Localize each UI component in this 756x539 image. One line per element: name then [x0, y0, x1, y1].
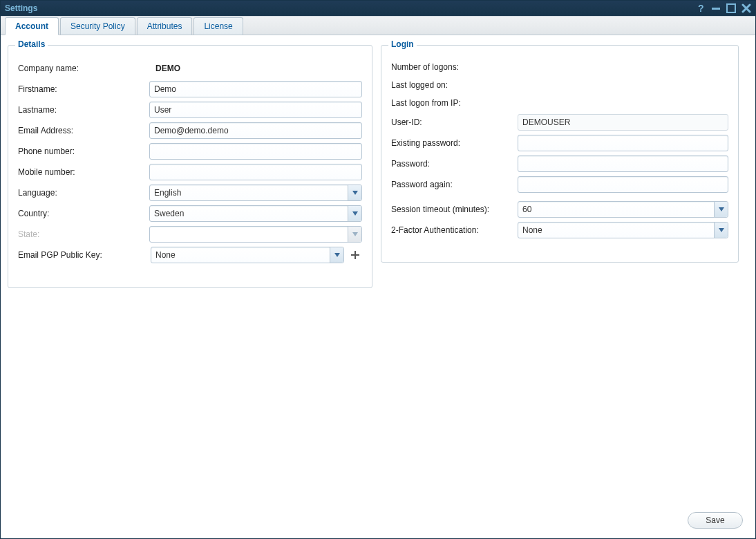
country-select[interactable]: Sweden: [149, 205, 362, 222]
chevron-down-icon: [348, 185, 361, 200]
nlogons-label: Number of logons:: [391, 62, 526, 72]
chevron-down-icon: [714, 223, 728, 238]
login-panel: Login Number of logons: Last logged on: …: [381, 45, 739, 263]
titlebar: Settings ?: [1, 1, 755, 16]
svg-text:?: ?: [698, 3, 704, 13]
tab-account[interactable]: Account: [5, 17, 59, 35]
timeout-value: 60: [522, 205, 531, 214]
state-label: State:: [18, 229, 149, 239]
svg-rect-2: [727, 4, 735, 12]
maximize-icon[interactable]: [726, 3, 736, 13]
firstname-label: Firstname:: [18, 84, 149, 94]
pgp-value: None: [155, 250, 176, 260]
window-title: Settings: [5, 3, 696, 13]
lastname-input[interactable]: [149, 102, 362, 118]
details-panel: Details Company name: DEMO Firstname: La…: [8, 45, 372, 288]
timeout-label: Session timeout (minutes):: [391, 205, 518, 214]
pgp-label: Email PGP Public Key:: [18, 250, 151, 260]
password-input[interactable]: [518, 155, 728, 172]
existingpw-label: Existing password:: [391, 138, 518, 148]
lastname-label: Lastname:: [18, 105, 149, 115]
email-label: Email Address:: [18, 126, 149, 135]
language-value: English: [154, 188, 181, 198]
tabbar: Account Security Policy Attributes Licen…: [1, 16, 755, 35]
language-label: Language:: [18, 188, 149, 198]
country-label: Country:: [18, 209, 149, 218]
company-label: Company name:: [18, 64, 153, 73]
tab-attributes[interactable]: Attributes: [137, 17, 193, 35]
tab-security-policy[interactable]: Security Policy: [60, 17, 135, 35]
mobile-input[interactable]: [149, 164, 362, 180]
details-legend: Details: [15, 39, 48, 49]
chevron-down-icon: [330, 247, 343, 263]
mobile-label: Mobile number:: [18, 167, 149, 177]
userid-value: DEMOUSER: [518, 114, 728, 131]
twofa-value: None: [522, 225, 542, 235]
login-legend: Login: [388, 39, 417, 49]
lastlogon-label: Last logged on:: [391, 80, 526, 90]
chevron-down-icon: [714, 202, 728, 217]
state-select: [149, 226, 362, 243]
chevron-down-icon: [348, 227, 361, 242]
twofa-label: 2-Factor Authentication:: [391, 225, 518, 235]
phone-label: Phone number:: [18, 146, 149, 156]
close-icon[interactable]: [741, 3, 751, 13]
country-value: Sweden: [154, 209, 184, 218]
password-label: Password:: [391, 159, 518, 169]
pgp-select[interactable]: None: [151, 247, 344, 263]
minimize-icon[interactable]: [711, 3, 721, 13]
email-input[interactable]: [149, 122, 362, 139]
plus-icon: [350, 249, 361, 261]
svg-rect-1: [712, 8, 720, 10]
phone-input[interactable]: [149, 143, 362, 160]
tab-license[interactable]: License: [193, 17, 243, 35]
existing-password-input[interactable]: [518, 135, 728, 151]
company-value: DEMO: [153, 62, 183, 75]
userid-label: User-ID:: [391, 117, 518, 127]
chevron-down-icon: [348, 206, 361, 221]
help-icon[interactable]: ?: [696, 3, 706, 13]
password2-label: Password again:: [391, 180, 518, 189]
password-again-input[interactable]: [518, 176, 728, 193]
firstname-input[interactable]: [149, 81, 362, 97]
timeout-select[interactable]: 60: [518, 201, 728, 218]
add-pgp-button[interactable]: [348, 248, 362, 262]
language-select[interactable]: English: [149, 185, 362, 201]
settings-window: Settings ? Account Security Policy Attri…: [0, 0, 756, 539]
twofa-select[interactable]: None: [518, 222, 728, 238]
lastip-label: Last logon from IP:: [391, 98, 526, 108]
save-button[interactable]: Save: [688, 512, 743, 529]
